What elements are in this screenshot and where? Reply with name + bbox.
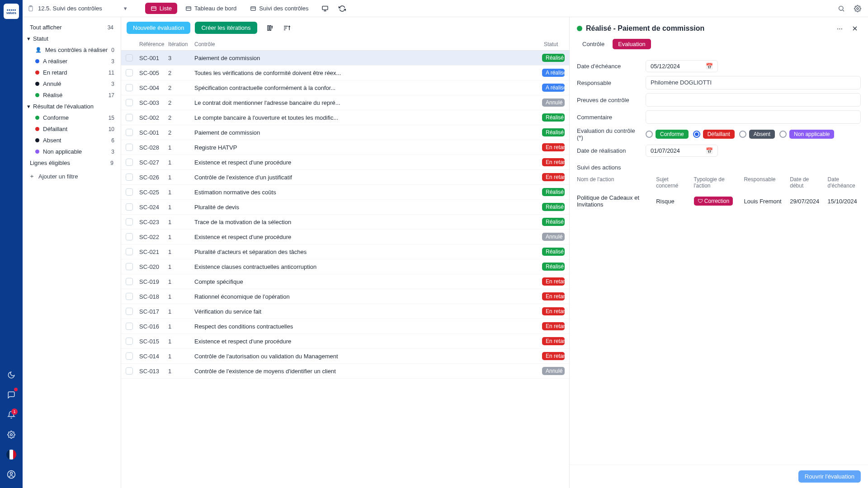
row-checkbox[interactable] [126,129,133,136]
row-checkbox[interactable] [126,218,133,225]
table-row[interactable]: SC-0271Existence et respect d'une procéd… [121,155,569,170]
table-row[interactable]: SC-0012Paiement de commissionRéalisé [121,125,569,140]
filter-item[interactable]: Non applicable3 [25,146,118,157]
row-checkbox[interactable] [126,84,133,91]
table-row[interactable]: SC-0042Spécification contractuelle confo… [121,80,569,95]
row-checkbox[interactable] [126,114,133,121]
view-tab[interactable]: Suivi des contrôles [245,3,314,14]
chat-icon[interactable] [3,387,19,403]
new-evaluation-button[interactable]: Nouvelle évaluation [127,22,190,34]
realization-date-label: Date de réalisation [577,147,640,154]
realization-date-input[interactable]: 01/07/2024📅 [646,145,718,157]
filter-item[interactable]: A réaliser3 [25,56,118,67]
table-row[interactable]: SC-0261Contrôle de l'existence d'un just… [121,170,569,185]
theme-toggle-icon[interactable] [3,367,19,383]
detail-tab[interactable]: Evaluation [613,39,651,49]
row-checkbox[interactable] [126,263,133,270]
eval-option[interactable]: Absent [739,130,775,139]
filter-item[interactable]: Annulé3 [25,78,118,89]
present-icon[interactable] [319,3,331,14]
table-row[interactable]: SC-0241Pluralité de devisRéalisé [121,200,569,215]
columns-icon[interactable] [264,22,276,34]
table-row[interactable]: SC-0231Trace de la motivation de la séle… [121,215,569,230]
table-row[interactable]: SC-0151Existence et respect d'une procéd… [121,334,569,349]
table-row[interactable]: SC-0141Contrôle de l'autorisation ou val… [121,349,569,364]
user-avatar-icon[interactable] [3,466,19,483]
chevron-down-icon: ▾ [27,35,30,42]
table-row[interactable]: SC-0171Vérification du service faitEn re… [121,304,569,319]
filter-all[interactable]: Tout afficher 34 [25,22,118,33]
notifications-icon[interactable]: 1 [3,407,19,423]
table-row[interactable]: SC-0201Existence clauses contractuelles … [121,259,569,274]
row-checkbox[interactable] [126,248,133,255]
table-row[interactable]: SC-0013Paiement de commissionRéalisé [121,51,569,66]
svg-point-9 [839,6,843,10]
eval-label: Evaluation du contrôle (*) [577,127,640,141]
table-row[interactable]: SC-0161Respect des conditions contractue… [121,319,569,334]
search-icon[interactable] [835,3,847,14]
app-logo[interactable]: ●●●●●values [4,4,19,19]
table-row[interactable]: SC-0191Compte spécifiqueEn retard [121,274,569,289]
table-row[interactable]: SC-0032Le contrat doit mentionner l'adre… [121,95,569,110]
action-row[interactable]: Politique de Cadeaux et InvitationsRisqu… [577,191,861,211]
filter-eligible[interactable]: Lignes éligibles 9 [25,157,118,169]
gear-icon[interactable] [852,3,863,14]
row-checkbox[interactable] [126,352,133,360]
filter-item[interactable]: Réalisé17 [25,89,118,101]
row-checkbox[interactable] [126,99,133,106]
row-checkbox[interactable] [126,308,133,315]
row-checkbox[interactable] [126,54,133,61]
create-iterations-button[interactable]: Créer les itérations [195,22,257,34]
row-checkbox[interactable] [126,367,133,375]
due-date-input[interactable]: 05/12/2024📅 [646,60,718,72]
calendar-icon: 📅 [706,63,713,70]
comment-input[interactable] [646,110,861,124]
filter-item[interactable]: Conforme15 [25,112,118,123]
detail-tab[interactable]: Contrôle [577,39,610,49]
row-checkbox[interactable] [126,293,133,300]
filter-group-status[interactable]: ▾Statut [25,33,118,44]
table-row[interactable]: SC-0131Contrôle de l'existence de moyens… [121,364,569,379]
row-checkbox[interactable] [126,203,133,211]
row-checkbox[interactable] [126,159,133,166]
more-icon[interactable]: ⋯ [834,23,845,34]
chevron-down-icon[interactable]: ▾ [124,5,127,12]
filter-item[interactable]: En retard11 [25,67,118,78]
close-icon[interactable] [849,23,861,34]
table-row[interactable]: SC-0281Registre HATVPEn retard [121,140,569,155]
row-checkbox[interactable] [126,188,133,196]
settings-icon[interactable] [3,427,19,443]
row-checkbox[interactable] [126,323,133,330]
table-row[interactable]: SC-0181Rationnel économique de l'opérati… [121,289,569,304]
table-row[interactable]: SC-0211Pluralité d'acteurs et séparation… [121,244,569,259]
filter-item[interactable]: Absent6 [25,135,118,146]
row-checkbox[interactable] [126,69,133,76]
filter-item[interactable]: Défaillant10 [25,123,118,135]
view-tab[interactable]: Tableau de bord [180,3,242,14]
sort-icon[interactable] [281,22,292,34]
language-flag-icon[interactable] [3,446,19,463]
view-tab[interactable]: Liste [145,3,177,14]
proof-input[interactable] [646,93,861,107]
row-checkbox[interactable] [126,174,133,181]
row-checkbox[interactable] [126,233,133,240]
breadcrumb[interactable]: 12.5. Suivi des contrôles ▾ [27,5,127,12]
reopen-evaluation-button[interactable]: Rouvrir l'évaluation [798,470,861,483]
filter-group-eval[interactable]: ▾Résultat de l'évaluation [25,101,118,112]
filter-item[interactable]: 👤Mes contrôles à réaliser0 [25,44,118,56]
refresh-icon[interactable] [336,3,348,14]
table-row[interactable]: SC-0052Toutes les vérifications de confo… [121,66,569,80]
responsible-input[interactable]: Philomène DOGLIOTTI [646,76,861,89]
status-badge: Réalisé [542,54,565,62]
table-row[interactable]: SC-0251Estimation normative des coûtsRéa… [121,185,569,200]
row-checkbox[interactable] [126,338,133,345]
eval-option[interactable]: Non applicable [779,130,834,139]
add-filter-button[interactable]: ＋ Ajouter un filtre [25,169,118,184]
table-row[interactable]: SC-0022Le compte bancaire à l'ouverture … [121,110,569,125]
eval-option[interactable]: Conforme [646,130,689,139]
row-checkbox[interactable] [126,278,133,285]
eval-option[interactable]: Défaillant [693,130,735,139]
table-row[interactable]: SC-0221Existence et respect d'une procéd… [121,230,569,244]
svg-rect-5 [151,6,156,10]
row-checkbox[interactable] [126,144,133,151]
